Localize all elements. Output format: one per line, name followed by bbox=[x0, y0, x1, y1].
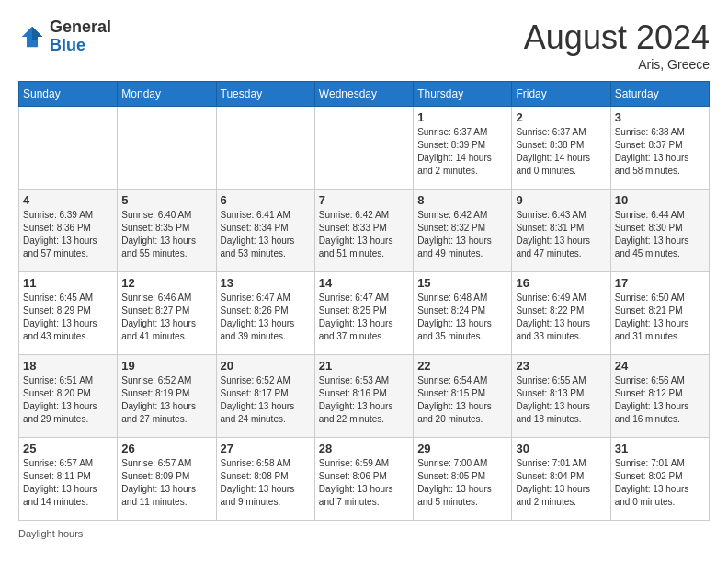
day-number: 12 bbox=[121, 276, 211, 290]
calendar-cell: 8Sunrise: 6:42 AM Sunset: 8:32 PM Daylig… bbox=[414, 190, 512, 272]
day-number: 28 bbox=[319, 442, 409, 455]
calendar-cell: 24Sunrise: 6:56 AM Sunset: 8:12 PM Dayli… bbox=[610, 355, 709, 438]
calendar-cell: 25Sunrise: 6:57 AM Sunset: 8:11 PM Dayli… bbox=[19, 438, 118, 521]
logo-icon bbox=[18, 23, 46, 51]
day-number: 26 bbox=[121, 442, 211, 455]
calendar-header-row: SundayMondayTuesdayWednesdayThursdayFrid… bbox=[19, 82, 710, 107]
day-info: Sunrise: 6:44 AM Sunset: 8:30 PM Dayligh… bbox=[615, 209, 705, 260]
calendar-cell: 28Sunrise: 6:59 AM Sunset: 8:06 PM Dayli… bbox=[314, 438, 413, 521]
day-info: Sunrise: 6:49 AM Sunset: 8:22 PM Dayligh… bbox=[516, 292, 606, 343]
calendar-cell bbox=[19, 107, 118, 190]
weekday-header: Saturday bbox=[610, 82, 709, 107]
calendar-cell: 7Sunrise: 6:42 AM Sunset: 8:33 PM Daylig… bbox=[314, 190, 413, 272]
weekday-header: Thursday bbox=[414, 82, 512, 107]
calendar-cell: 6Sunrise: 6:41 AM Sunset: 8:34 PM Daylig… bbox=[216, 190, 314, 272]
day-number: 16 bbox=[516, 276, 606, 290]
day-info: Sunrise: 6:53 AM Sunset: 8:16 PM Dayligh… bbox=[319, 374, 409, 426]
location-subtitle: Aris, Greece bbox=[524, 57, 710, 72]
day-info: Sunrise: 6:47 AM Sunset: 8:26 PM Dayligh… bbox=[221, 292, 311, 343]
day-number: 15 bbox=[417, 276, 507, 290]
day-number: 29 bbox=[417, 442, 507, 455]
calendar-cell: 11Sunrise: 6:45 AM Sunset: 8:29 PM Dayli… bbox=[19, 272, 118, 355]
day-number: 11 bbox=[23, 276, 113, 290]
weekday-header: Friday bbox=[512, 82, 610, 107]
footer: Daylight hours bbox=[18, 528, 710, 539]
day-number: 13 bbox=[221, 276, 311, 290]
calendar-cell: 3Sunrise: 6:38 AM Sunset: 8:37 PM Daylig… bbox=[610, 107, 709, 190]
day-info: Sunrise: 6:43 AM Sunset: 8:31 PM Dayligh… bbox=[516, 209, 606, 260]
calendar-cell: 14Sunrise: 6:47 AM Sunset: 8:25 PM Dayli… bbox=[314, 272, 413, 355]
day-number: 3 bbox=[615, 110, 705, 124]
day-info: Sunrise: 6:42 AM Sunset: 8:32 PM Dayligh… bbox=[417, 209, 507, 260]
day-info: Sunrise: 6:56 AM Sunset: 8:12 PM Dayligh… bbox=[615, 374, 705, 426]
day-number: 7 bbox=[319, 193, 409, 207]
calendar-cell: 12Sunrise: 6:46 AM Sunset: 8:27 PM Dayli… bbox=[118, 272, 216, 355]
day-info: Sunrise: 6:59 AM Sunset: 8:06 PM Dayligh… bbox=[319, 457, 409, 509]
day-info: Sunrise: 6:52 AM Sunset: 8:19 PM Dayligh… bbox=[121, 374, 211, 426]
weekday-header: Wednesday bbox=[314, 82, 413, 107]
calendar-cell: 9Sunrise: 6:43 AM Sunset: 8:31 PM Daylig… bbox=[512, 190, 610, 272]
day-info: Sunrise: 6:52 AM Sunset: 8:17 PM Dayligh… bbox=[221, 374, 311, 426]
daylight-label: Daylight hours bbox=[18, 528, 83, 539]
calendar-cell: 31Sunrise: 7:01 AM Sunset: 8:02 PM Dayli… bbox=[610, 438, 709, 521]
calendar-table: SundayMondayTuesdayWednesdayThursdayFrid… bbox=[18, 81, 710, 521]
calendar-cell: 1Sunrise: 6:37 AM Sunset: 8:39 PM Daylig… bbox=[414, 107, 512, 190]
day-number: 18 bbox=[23, 359, 113, 373]
day-number: 31 bbox=[615, 442, 705, 455]
logo-blue: Blue bbox=[50, 37, 111, 55]
calendar-cell: 19Sunrise: 6:52 AM Sunset: 8:19 PM Dayli… bbox=[118, 355, 216, 438]
calendar-cell bbox=[216, 107, 314, 190]
calendar-cell: 15Sunrise: 6:48 AM Sunset: 8:24 PM Dayli… bbox=[414, 272, 512, 355]
day-info: Sunrise: 6:38 AM Sunset: 8:37 PM Dayligh… bbox=[615, 126, 705, 178]
day-number: 30 bbox=[516, 442, 606, 455]
calendar-cell: 22Sunrise: 6:54 AM Sunset: 8:15 PM Dayli… bbox=[414, 355, 512, 438]
day-info: Sunrise: 6:51 AM Sunset: 8:20 PM Dayligh… bbox=[23, 374, 113, 426]
page-header: General Blue August 2024 Aris, Greece bbox=[18, 18, 710, 72]
day-number: 21 bbox=[319, 359, 409, 373]
day-info: Sunrise: 7:01 AM Sunset: 8:02 PM Dayligh… bbox=[615, 457, 705, 509]
day-number: 27 bbox=[221, 442, 311, 455]
weekday-header: Monday bbox=[118, 82, 216, 107]
calendar-cell bbox=[314, 107, 413, 190]
calendar-cell: 21Sunrise: 6:53 AM Sunset: 8:16 PM Dayli… bbox=[314, 355, 413, 438]
calendar-cell: 18Sunrise: 6:51 AM Sunset: 8:20 PM Dayli… bbox=[19, 355, 118, 438]
day-info: Sunrise: 6:37 AM Sunset: 8:38 PM Dayligh… bbox=[516, 126, 606, 178]
logo-general: General bbox=[50, 18, 111, 37]
calendar-cell: 30Sunrise: 7:01 AM Sunset: 8:04 PM Dayli… bbox=[512, 438, 610, 521]
calendar-cell: 5Sunrise: 6:40 AM Sunset: 8:35 PM Daylig… bbox=[118, 190, 216, 272]
day-info: Sunrise: 6:42 AM Sunset: 8:33 PM Dayligh… bbox=[319, 209, 409, 260]
calendar-week-row: 18Sunrise: 6:51 AM Sunset: 8:20 PM Dayli… bbox=[19, 355, 710, 438]
calendar-week-row: 1Sunrise: 6:37 AM Sunset: 8:39 PM Daylig… bbox=[19, 107, 710, 190]
day-info: Sunrise: 7:00 AM Sunset: 8:05 PM Dayligh… bbox=[417, 457, 507, 509]
day-info: Sunrise: 6:54 AM Sunset: 8:15 PM Dayligh… bbox=[417, 374, 507, 426]
day-info: Sunrise: 6:39 AM Sunset: 8:36 PM Dayligh… bbox=[23, 209, 113, 260]
calendar-week-row: 11Sunrise: 6:45 AM Sunset: 8:29 PM Dayli… bbox=[19, 272, 710, 355]
calendar-week-row: 4Sunrise: 6:39 AM Sunset: 8:36 PM Daylig… bbox=[19, 190, 710, 272]
day-info: Sunrise: 6:57 AM Sunset: 8:11 PM Dayligh… bbox=[23, 457, 113, 509]
calendar-cell bbox=[118, 107, 216, 190]
logo-text: General Blue bbox=[50, 18, 111, 55]
calendar-cell: 16Sunrise: 6:49 AM Sunset: 8:22 PM Dayli… bbox=[512, 272, 610, 355]
month-year-title: August 2024 bbox=[524, 18, 710, 57]
weekday-header: Sunday bbox=[19, 82, 118, 107]
day-info: Sunrise: 6:48 AM Sunset: 8:24 PM Dayligh… bbox=[417, 292, 507, 343]
calendar-cell: 10Sunrise: 6:44 AM Sunset: 8:30 PM Dayli… bbox=[610, 190, 709, 272]
day-number: 5 bbox=[121, 193, 211, 207]
day-info: Sunrise: 6:46 AM Sunset: 8:27 PM Dayligh… bbox=[121, 292, 211, 343]
day-number: 8 bbox=[417, 193, 507, 207]
calendar-cell: 20Sunrise: 6:52 AM Sunset: 8:17 PM Dayli… bbox=[216, 355, 314, 438]
svg-marker-1 bbox=[32, 27, 42, 40]
day-number: 19 bbox=[121, 359, 211, 373]
day-number: 6 bbox=[221, 193, 311, 207]
day-number: 1 bbox=[417, 110, 507, 124]
day-number: 14 bbox=[319, 276, 409, 290]
day-number: 24 bbox=[615, 359, 705, 373]
calendar-cell: 4Sunrise: 6:39 AM Sunset: 8:36 PM Daylig… bbox=[19, 190, 118, 272]
day-number: 2 bbox=[516, 110, 606, 124]
day-info: Sunrise: 6:57 AM Sunset: 8:09 PM Dayligh… bbox=[121, 457, 211, 509]
calendar-cell: 23Sunrise: 6:55 AM Sunset: 8:13 PM Dayli… bbox=[512, 355, 610, 438]
day-info: Sunrise: 6:40 AM Sunset: 8:35 PM Dayligh… bbox=[121, 209, 211, 260]
day-info: Sunrise: 6:50 AM Sunset: 8:21 PM Dayligh… bbox=[615, 292, 705, 343]
day-info: Sunrise: 6:45 AM Sunset: 8:29 PM Dayligh… bbox=[23, 292, 113, 343]
day-info: Sunrise: 6:37 AM Sunset: 8:39 PM Dayligh… bbox=[417, 126, 507, 178]
